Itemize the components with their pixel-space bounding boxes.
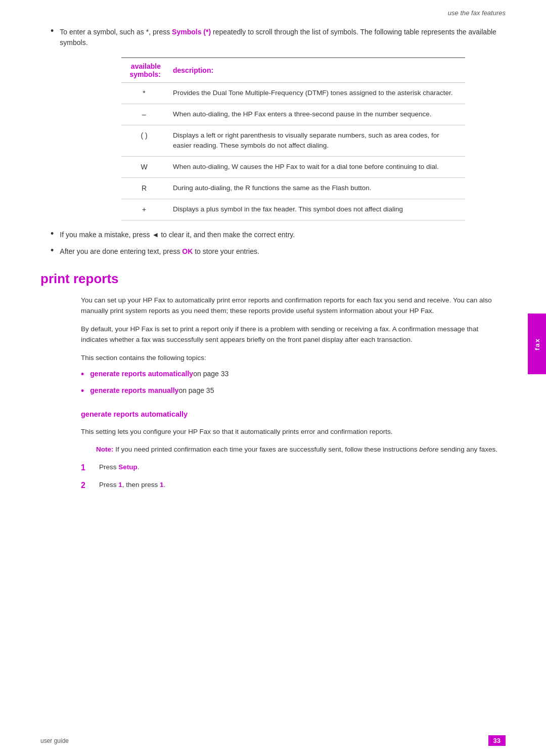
step-1-num: 1: [81, 461, 95, 474]
topic-item-manual: generate reports manually on page 35: [81, 385, 506, 398]
bullet-mistake-text: If you make a mistake, press ◄ to clear …: [60, 230, 295, 240]
side-tab-text: fax: [533, 338, 541, 350]
topics-list: generate reports automatically on page 3…: [81, 368, 506, 398]
note-italic: before: [419, 446, 438, 453]
table-row: RDuring auto-dialing, the R functions th…: [121, 177, 465, 199]
step-2-after: .: [164, 481, 166, 488]
topic-manual-link[interactable]: generate reports manually: [90, 385, 178, 396]
page-container: use the fax features To enter a symbol, …: [0, 0, 546, 756]
table-row: ( )Displays a left or right parenthesis …: [121, 125, 465, 157]
bullet-item-mistake: If you make a mistake, press ◄ to clear …: [40, 230, 506, 240]
bullet-symbols-before: To enter a symbol, such as *, press: [60, 28, 172, 36]
ok-highlight: OK: [182, 247, 193, 255]
section-title-print-reports: print reports: [40, 271, 506, 287]
table-row: –When auto-dialing, the HP Fax enters a …: [121, 104, 465, 125]
step-2-highlight1: 1: [118, 481, 122, 488]
topic-manual-page: on page 35: [178, 385, 214, 396]
step-2-before: Press: [99, 481, 118, 488]
table-cell-symbol: –: [121, 104, 167, 125]
table-cell-description: When auto-dialing, the HP Fax enters a t…: [167, 104, 465, 125]
table-cell-description: During auto-dialing, the R functions the…: [167, 177, 465, 199]
topics-intro: This section contains the following topi…: [81, 352, 506, 364]
note-box: Note: If you need printed confirmation e…: [96, 444, 506, 455]
table-row: WWhen auto-dialing, W causes the HP Fax …: [121, 156, 465, 177]
bullet-item-ok: After you are done entering text, press …: [40, 246, 506, 257]
bullet-mistake-before: If you make a mistake, press ◄ to clear …: [60, 231, 295, 239]
subsection-title-auto: generate reports automatically: [81, 409, 506, 420]
main-content: To enter a symbol, such as *, press Symb…: [0, 22, 546, 527]
step-1-before: Press: [99, 463, 118, 471]
table-cell-description: Provides the Dual Tone Multiple-Frequenc…: [167, 83, 465, 104]
table-cell-description: When auto-dialing, W causes the HP Fax t…: [167, 156, 465, 177]
bullet-ok-before: After you are done entering text, press: [60, 247, 182, 255]
topic-auto-link-text: generate reports automatically: [90, 370, 193, 378]
table-cell-symbol: W: [121, 156, 167, 177]
side-tab-fax: fax: [528, 314, 546, 374]
step-2-highlight2: 1: [160, 481, 164, 488]
topic-auto-page: on page 33: [193, 368, 229, 379]
table-cell-symbol: *: [121, 83, 167, 104]
note-text: If you need printed confirmation each ti…: [114, 446, 420, 453]
note-after: sending any faxes.: [439, 446, 497, 453]
symbols-highlight: Symbols (*): [172, 28, 211, 36]
table-cell-symbol: ( ): [121, 125, 167, 157]
topic-item-auto: generate reports automatically on page 3…: [81, 368, 506, 382]
intro-bullet-list: To enter a symbol, such as *, press Symb…: [40, 27, 506, 48]
footer: user guide 33: [40, 735, 506, 746]
table-row: +Displays a plus symbol in the fax heade…: [121, 199, 465, 220]
table-cell-description: Displays a left or right parenthesis to …: [167, 125, 465, 157]
step-1-after: .: [138, 463, 140, 471]
symbols-table: available symbols: description: *Provide…: [121, 57, 465, 220]
bullet-symbols-text: To enter a symbol, such as *, press Symb…: [60, 27, 506, 48]
step-2-num: 2: [81, 479, 95, 492]
table-row: *Provides the Dual Tone Multiple-Frequen…: [121, 83, 465, 104]
step-2: 2 Press 1, then press 1.: [81, 479, 506, 492]
bullet-ok-text: After you are done entering text, press …: [60, 246, 259, 257]
note-label: Note:: [96, 446, 114, 453]
topic-auto-link[interactable]: generate reports automatically: [90, 368, 193, 379]
steps-list: 1 Press Setup. 2 Press 1, then press 1.: [81, 462, 506, 492]
table-cell-symbol: R: [121, 177, 167, 199]
table-header-description: description:: [167, 58, 465, 83]
step-1: 1 Press Setup.: [81, 462, 506, 474]
header-text: use the fax features: [448, 9, 506, 17]
table-cell-description: Displays a plus symbol in the fax header…: [167, 199, 465, 220]
remaining-bullet-list: If you make a mistake, press ◄ to clear …: [40, 230, 506, 257]
bullet-ok-after: to store your entries.: [193, 247, 259, 255]
table-cell-symbol: +: [121, 199, 167, 220]
step-2-text: Press 1, then press 1.: [99, 479, 165, 491]
print-reports-para1: You can set up your HP Fax to automatica…: [81, 295, 506, 317]
footer-page: 33: [488, 735, 506, 746]
topic-manual-link-text: generate reports manually: [90, 386, 178, 394]
step-1-text: Press Setup.: [99, 462, 140, 473]
subsection-auto-para1: This setting lets you configure your HP …: [81, 426, 506, 437]
footer-label: user guide: [40, 737, 69, 744]
step-1-highlight: Setup: [118, 463, 138, 471]
table-header-symbol: available symbols:: [121, 58, 167, 83]
section-body-print-reports: You can set up your HP Fax to automatica…: [40, 295, 506, 492]
bullet-item-symbols: To enter a symbol, such as *, press Symb…: [40, 27, 506, 48]
step-2-middle: , then press: [122, 481, 160, 488]
page-header: use the fax features: [0, 0, 546, 22]
print-reports-para2: By default, your HP Fax is set to print …: [81, 324, 506, 345]
table-body: *Provides the Dual Tone Multiple-Frequen…: [121, 83, 465, 220]
